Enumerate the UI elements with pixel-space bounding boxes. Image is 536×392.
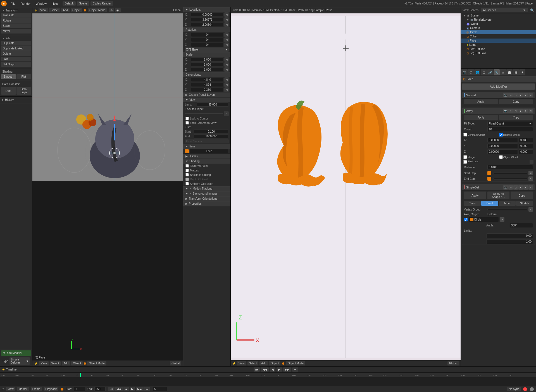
outliner-search-icon[interactable]: 🔍 — [530, 8, 534, 12]
engine-selector[interactable]: Cycles Render — [90, 1, 113, 6]
transform-orient-header[interactable]: ▶ Transform Orientations — [183, 196, 230, 201]
loc-z-field[interactable]: 2.06504 — [191, 23, 224, 27]
timeline-content[interactable]: -50 -40 -30 -20 -10 0 10 20 30 40 50 60 … — [0, 373, 536, 386]
render-canvas[interactable]: X Z — [231, 13, 461, 360]
properties-header[interactable]: ▶ Properties — [183, 201, 230, 206]
subsurf-apply-btn[interactable]: Apply — [464, 99, 498, 104]
dim-x-field[interactable]: 4.840 — [191, 78, 224, 82]
motion-tracking-header[interactable]: ▼ ✓ Motion Tracking — [183, 186, 230, 191]
bend-tab[interactable]: Bend — [481, 201, 498, 206]
subsurf-down-icon[interactable]: ▼ — [523, 93, 528, 97]
rotation-mode-selector[interactable]: XYZ Euler ▼ — [185, 47, 229, 52]
prev-frame-btn[interactable]: ◀◀ — [261, 367, 269, 372]
item-header[interactable]: ▼ Item — [183, 144, 230, 149]
subsurf-x-icon[interactable]: ✕ — [528, 93, 533, 97]
axis-value-field[interactable]: Circle — [469, 217, 499, 222]
outliner-cube-item[interactable]: ◻ Cube — [461, 34, 536, 39]
duplicate-linked-button[interactable]: Duplicate Linked — [1, 46, 31, 51]
add-bottom[interactable]: Add — [62, 361, 70, 365]
next-frame-btn[interactable]: ▶▶ — [283, 367, 291, 372]
outliner-lamp-item[interactable]: ● Lamp — [461, 43, 536, 47]
rot-z-field[interactable]: 0° — [191, 43, 224, 47]
view-menu[interactable]: View — [39, 8, 48, 12]
set-origin-button[interactable]: Set Origin — [1, 62, 31, 67]
type-selector[interactable]: Simple Deform ▼ — [9, 357, 30, 365]
outliner-circle-item[interactable]: ◎ Circle — [461, 30, 536, 34]
modifier-icon[interactable]: 🔧 — [494, 69, 500, 75]
view-bottom[interactable]: View — [39, 361, 49, 365]
render-mode-btn[interactable]: Object Mode — [286, 361, 305, 365]
vertex-group-btn[interactable]: ✕ — [528, 207, 533, 212]
scale-z-field[interactable]: 1.000 — [191, 68, 224, 72]
subsurf-up-icon[interactable]: ▲ — [518, 93, 523, 97]
limit-min-value[interactable]: 0.00 — [486, 233, 533, 238]
offset-y-value[interactable]: 0.00000 — [487, 144, 518, 148]
offset-x-value2[interactable]: 0.780 — [519, 138, 533, 142]
loc-x-field[interactable]: 0.00000 — [191, 13, 224, 17]
lens-field[interactable]: 35.000 — [197, 102, 229, 107]
outliner-renderlayers-item[interactable]: ▼ ▤ RenderLayers — [461, 18, 536, 22]
simpledef-x-icon[interactable]: ✕ — [528, 185, 533, 190]
simpledef-apply-shape-btn[interactable]: Apply as Shape K... — [487, 192, 510, 199]
jump-start-btn[interactable]: ⏮ — [254, 367, 260, 372]
start-cap-btn[interactable]: ✕ — [528, 171, 533, 175]
play-btn[interactable]: ▶ — [277, 367, 282, 372]
grease-pencil-header[interactable]: ▶ Grease Pencil Layers — [183, 92, 230, 97]
scene-selector[interactable]: Scene — [77, 1, 89, 6]
array-edit-icon[interactable]: ✏ — [508, 109, 513, 113]
object-menu[interactable]: Object — [71, 8, 82, 12]
translate-button[interactable]: Translate — [1, 13, 31, 18]
scale-button[interactable]: Scale — [1, 23, 31, 28]
texture-icon[interactable]: ▦ — [513, 69, 519, 75]
array-up-icon[interactable]: ▲ — [518, 109, 523, 113]
bg-images-header[interactable]: ▼ ✓ Background Images — [183, 191, 230, 196]
simpledef-copy-btn[interactable]: Copy — [511, 192, 533, 199]
play-fwd-btn[interactable]: ▶ — [130, 387, 135, 391]
dim-y-btn[interactable]: ◀ — [224, 82, 229, 87]
play-end-btn[interactable]: ⏭ — [144, 387, 150, 391]
object-bottom[interactable]: Object — [71, 361, 83, 365]
viewport-canvas[interactable]: Front Ortho — [32, 13, 183, 360]
count-value[interactable]: 10 — [487, 127, 533, 132]
limit-max-value[interactable]: 1.00 — [486, 239, 533, 244]
end-cap-btn[interactable]: ✕ — [528, 176, 533, 181]
duplicate-button[interactable]: Duplicate — [1, 41, 31, 46]
rot-z-btn[interactable]: ◀ — [224, 42, 229, 47]
rot-y-field[interactable]: 0° — [191, 38, 224, 42]
render-add-btn[interactable]: Add — [259, 361, 268, 365]
ao-checkbox[interactable] — [185, 182, 189, 185]
dim-x-btn[interactable]: ◀ — [224, 77, 229, 82]
rot-y-btn[interactable]: ◀ — [224, 37, 229, 42]
constant-offset-checkbox[interactable] — [463, 133, 467, 137]
display-header[interactable]: ▶ Display — [183, 154, 230, 159]
smooth-button[interactable]: Smooth — [1, 74, 16, 79]
scene-selector-outliner[interactable]: All Scenes ▼ — [481, 8, 528, 12]
offset-y-value2[interactable]: 0.000 — [519, 144, 533, 148]
lock-cursor-checkbox[interactable] — [185, 117, 189, 120]
clip-start-field[interactable]: 0.100 — [194, 130, 229, 134]
outliner-legtuft-item[interactable]: ◻ Leg Tuft Low — [461, 51, 536, 55]
scale-y-field[interactable]: 1.000 — [191, 63, 224, 67]
offset-z-value[interactable]: 0.00000 — [487, 149, 518, 154]
scene-props-icon[interactable]: ⬡ — [468, 69, 474, 75]
object-props-icon[interactable]: ◻ — [481, 69, 487, 75]
relative-offset-checkbox[interactable] — [499, 133, 503, 137]
join-button[interactable]: Join — [1, 57, 31, 61]
simpledef-up-icon[interactable]: ▲ — [518, 185, 523, 190]
scale-x-field[interactable]: 1.000 — [191, 58, 224, 62]
object-mode-selector[interactable]: Object Mode — [88, 8, 107, 12]
distance-value[interactable]: 0.0100 — [487, 165, 533, 170]
simpledef-apply-btn[interactable]: Apply — [464, 192, 486, 199]
shading-n-header[interactable]: ▼ Shading — [183, 159, 230, 164]
simpledef-cage-icon[interactable]: ◻ — [513, 185, 518, 190]
start-field[interactable]: 1 — [74, 387, 85, 391]
simpledef-down-icon[interactable]: ▼ — [523, 185, 528, 190]
particle-icon[interactable]: ✦ — [519, 69, 525, 75]
search-label[interactable]: Search — [470, 9, 479, 12]
flat-button[interactable]: Flat — [16, 74, 31, 79]
add-modifier-btn[interactable]: Add Modifier — [462, 83, 535, 90]
array-copy-btn[interactable]: Copy — [499, 115, 533, 120]
render-object-btn[interactable]: Object — [269, 361, 280, 365]
fit-type-value[interactable]: Fixed Count ▼ — [487, 121, 533, 126]
array-render-icon[interactable]: 📷 — [503, 109, 508, 113]
